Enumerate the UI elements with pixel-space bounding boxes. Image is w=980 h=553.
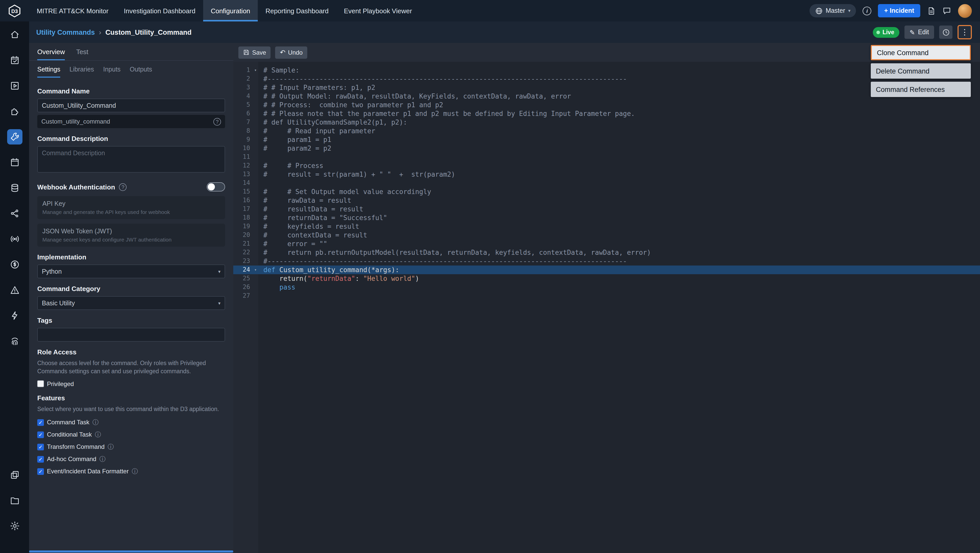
line-number[interactable]: 12	[233, 161, 258, 170]
command-name-input[interactable]	[37, 99, 225, 112]
line-number[interactable]: 20	[233, 231, 258, 239]
subtab-outputs[interactable]: Outputs	[130, 61, 152, 78]
code-line[interactable]: # def UtilityCommandSample2(p1, p2):	[258, 118, 980, 127]
info-icon[interactable]: ⓘ	[95, 430, 101, 439]
line-number[interactable]: 4	[233, 92, 258, 100]
utility-commands-icon[interactable]	[7, 129, 22, 145]
info-icon[interactable]: ⓘ	[108, 443, 114, 451]
d3-logo[interactable]: D3	[0, 0, 29, 21]
feature-row-transform-command[interactable]: ✓Transform Commandⓘ	[37, 443, 225, 451]
menu-item-command-references[interactable]: Command References	[871, 82, 971, 97]
code-line[interactable]: # # Read input parameter	[258, 127, 980, 135]
line-number[interactable]: 6	[233, 109, 258, 118]
alerts-icon[interactable]	[7, 282, 22, 298]
topnav-item-investigation-dashboard[interactable]: Investigation Dashboard	[116, 0, 203, 21]
windows-icon[interactable]	[7, 467, 22, 483]
privileged-checkbox-row[interactable]: Privileged	[37, 380, 225, 387]
avatar[interactable]	[958, 4, 972, 18]
panel-horizontal-scrollbar[interactable]	[29, 550, 233, 553]
implementation-select[interactable]: Python ▾	[37, 265, 225, 278]
line-number[interactable]: 24▾	[233, 266, 258, 274]
line-number[interactable]: 2	[233, 75, 258, 83]
menu-item-delete-command[interactable]: Delete Command	[871, 63, 971, 79]
chat-icon[interactable]	[942, 6, 951, 15]
subtab-inputs[interactable]: Inputs	[103, 61, 121, 78]
code-line[interactable]: # contextData = result	[258, 231, 980, 239]
code-line[interactable]: # keyfields = result	[258, 222, 980, 231]
checkbox-checked-icon[interactable]: ✓	[37, 468, 44, 475]
code-line[interactable]: def Custom_utility_command(*args):	[258, 266, 980, 274]
api-key-card[interactable]: API Key Manage and generate the API keys…	[37, 196, 225, 219]
line-number[interactable]: 10	[233, 144, 258, 153]
info-icon[interactable]: i	[863, 6, 872, 15]
webhook-auth-toggle[interactable]	[207, 182, 225, 191]
code-line[interactable]: # # Process: combine two parameter p1 an…	[258, 100, 980, 109]
line-number[interactable]: 23	[233, 257, 258, 266]
code-line[interactable]: # result = str(param1) + " " + str(param…	[258, 170, 980, 179]
code-line[interactable]: # returnData = "Successful"	[258, 214, 980, 222]
event-monitor-icon[interactable]	[7, 53, 22, 68]
tab-overview[interactable]: Overview	[37, 43, 65, 60]
code-content[interactable]: # Sample:#------------------------------…	[258, 62, 980, 553]
info-icon[interactable]: ⓘ	[99, 455, 105, 464]
line-number[interactable]: 1▾	[233, 66, 258, 75]
signal-icon[interactable]	[7, 231, 22, 247]
save-button[interactable]: Save	[239, 46, 271, 59]
checkbox-checked-icon[interactable]: ✓	[37, 456, 44, 462]
command-category-select[interactable]: Basic Utility ▾	[37, 296, 225, 310]
help-icon[interactable]: ?	[119, 183, 127, 191]
jwt-card[interactable]: JSON Web Token (JWT) Manage secret keys …	[37, 224, 225, 247]
line-number[interactable]: 16	[233, 196, 258, 205]
tags-input[interactable]	[37, 328, 225, 342]
line-number[interactable]: 14	[233, 179, 258, 187]
code-line[interactable]	[258, 153, 980, 161]
code-line[interactable]	[258, 179, 980, 187]
subtab-libraries[interactable]: Libraries	[69, 61, 94, 78]
code-line[interactable]: #---------------------------------------…	[258, 257, 980, 266]
data-store-icon[interactable]	[7, 180, 22, 196]
line-number[interactable]: 11	[233, 153, 258, 161]
code-line[interactable]: # # Set Output model value accordingly	[258, 187, 980, 196]
line-number[interactable]: 19	[233, 222, 258, 231]
settings-gear-icon[interactable]	[7, 518, 22, 534]
line-number[interactable]: 3	[233, 83, 258, 92]
home-icon[interactable]	[7, 27, 22, 42]
fold-arrow-icon[interactable]: ▾	[254, 66, 257, 75]
feature-row-command-task[interactable]: ✓Command Taskⓘ	[37, 418, 225, 427]
code-line[interactable]: return("returnData": "Hello world")	[258, 274, 980, 283]
command-description-input[interactable]	[37, 146, 225, 172]
calendar-icon[interactable]	[7, 155, 22, 170]
fold-arrow-icon[interactable]: ▾	[254, 266, 257, 274]
checkbox-unchecked-icon[interactable]	[37, 381, 44, 387]
feature-row-event-incident-data-formatter[interactable]: ✓Event/Incident Data Formatterⓘ	[37, 467, 225, 476]
history-button[interactable]	[939, 25, 953, 39]
code-line[interactable]: pass	[258, 283, 980, 292]
line-number[interactable]: 26	[233, 283, 258, 292]
more-options-button[interactable]: ⋮	[958, 25, 972, 39]
topnav-item-mitre-att-ck-monitor[interactable]: MITRE ATT&CK Monitor	[29, 0, 116, 21]
line-number[interactable]: 21	[233, 239, 258, 248]
feature-row-conditional-task[interactable]: ✓Conditional Taskⓘ	[37, 430, 225, 439]
code-line[interactable]: # error = ""	[258, 239, 980, 248]
code-editor[interactable]: 1▾23456789101112131415161718192021222324…	[233, 62, 980, 553]
code-line[interactable]: # # Process	[258, 161, 980, 170]
asset-globe-icon[interactable]	[7, 257, 22, 272]
checkbox-checked-icon[interactable]: ✓	[37, 431, 44, 438]
line-number[interactable]: 8	[233, 127, 258, 135]
breadcrumb-parent-link[interactable]: Utility Commands	[36, 28, 95, 36]
code-line[interactable]: # # Please note that the parameter p1 an…	[258, 109, 980, 118]
line-number[interactable]: 18	[233, 214, 258, 222]
code-line[interactable]: # return pb.returnOutputModel(resultData…	[258, 248, 980, 257]
code-line[interactable]	[258, 292, 980, 300]
files-icon[interactable]	[7, 493, 22, 508]
info-icon[interactable]: ⓘ	[92, 418, 99, 427]
topnav-item-configuration[interactable]: Configuration	[203, 0, 258, 21]
line-number[interactable]: 17	[233, 205, 258, 214]
topnav-item-event-playbook-viewer[interactable]: Event Playbook Viewer	[336, 0, 420, 21]
code-line[interactable]: # param2 = p2	[258, 144, 980, 153]
topnav-item-reporting-dashboard[interactable]: Reporting Dashboard	[258, 0, 336, 21]
subtab-settings[interactable]: Settings	[37, 61, 60, 78]
code-line[interactable]: # rawData = result	[258, 196, 980, 205]
fingerprint-icon[interactable]	[7, 333, 22, 349]
menu-item-clone-command[interactable]: Clone Command	[871, 45, 971, 60]
